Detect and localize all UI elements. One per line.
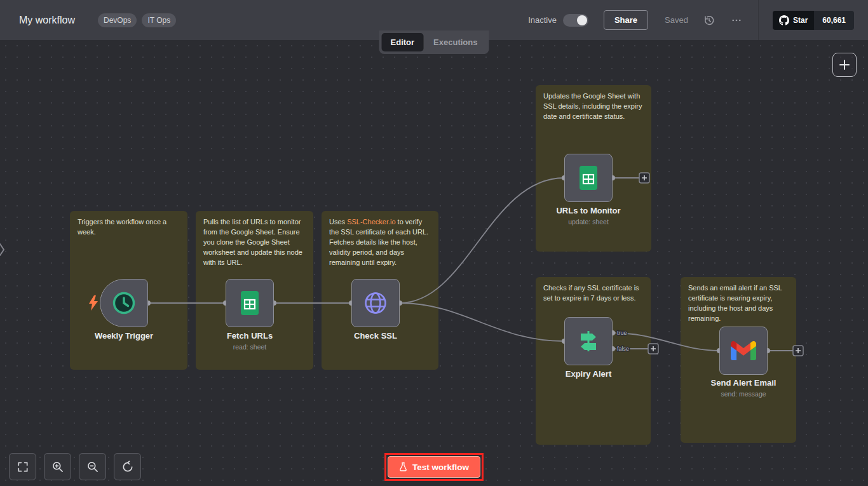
version-history-icon[interactable] [703,15,715,26]
saved-indicator: Saved [665,15,688,25]
left-panel-expand-chevron[interactable] [0,242,6,260]
toggle-knob [577,15,587,25]
fit-view-button[interactable] [9,453,36,480]
tag-itops[interactable]: IT Ops [142,13,176,27]
test-workflow-button[interactable]: Test workflow [388,456,480,478]
workflow-tags: DevOps IT Ops [98,13,176,27]
add-node-endpoint-expiry-false[interactable] [648,344,658,354]
chevron-right-icon [0,242,6,257]
tab-executions[interactable]: Executions [424,33,486,51]
node-label-send-alert-email: Send Alert Email [711,378,776,388]
node-label-weekly-trigger: Weekly Trigger [95,331,153,341]
node-weekly-trigger[interactable] [100,279,148,327]
node-label-fetch-urls: Fetch URLs [227,331,273,341]
reset-zoom-button[interactable] [114,453,141,480]
zoom-out-button[interactable] [79,453,106,480]
google-sheets-icon [577,165,600,191]
more-options-icon[interactable] [730,15,743,26]
if-signpost-icon [575,328,602,354]
gmail-icon [731,341,756,360]
workflow-canvas[interactable]: Triggers the workflow once a week. Pulls… [0,40,868,486]
activation-status-label: Inactive [528,15,557,25]
tab-editor[interactable]: Editor [382,33,424,51]
node-label-expiry-alert: Expiry Alert [566,369,612,379]
node-send-alert-email[interactable] [719,327,768,375]
branch-label-false: false [617,346,629,352]
node-fetch-urls[interactable] [226,279,274,327]
plus-icon [839,59,850,71]
trigger-bolt-icon [88,295,99,311]
node-subtitle-send-alert-email: send: message [721,390,766,398]
clock-icon [111,290,137,316]
workflow-title[interactable]: My workflow [19,15,75,26]
github-star-button[interactable]: Star 60,661 [773,11,854,30]
node-check-ssl[interactable] [351,279,400,327]
fit-view-icon [17,461,29,473]
zoom-in-icon [51,461,64,473]
flask-icon [399,462,407,472]
tag-devops[interactable]: DevOps [98,13,137,27]
github-icon [779,15,789,25]
globe-icon [362,289,390,317]
undo-icon [121,461,134,473]
github-star-label: Star [793,16,808,25]
node-subtitle-urls-to-monitor: update: sheet [568,218,609,226]
add-node-button[interactable] [832,53,857,77]
node-urls-to-monitor[interactable] [564,154,613,202]
connections-layer: true false [0,40,868,486]
add-node-endpoint-urls-to-monitor[interactable] [639,173,649,183]
header-divider [758,0,759,40]
connection-checkssl-to-expiryalert[interactable] [400,303,564,341]
branch-label-true: true [617,330,627,336]
node-label-urls-to-monitor: URLs to Monitor [556,206,620,215]
google-sheets-icon [238,290,261,316]
test-workflow-label: Test workflow [412,462,469,472]
github-star-count: 60,661 [814,11,854,30]
node-label-check-ssl: Check SSL [354,331,397,341]
add-node-endpoint-send-email[interactable] [793,346,803,356]
test-workflow-highlight: Test workflow [384,453,484,481]
view-tabs: Editor Executions [379,30,489,54]
zoom-out-icon [86,461,99,473]
connection-checkssl-to-urlstomonitor[interactable] [400,178,564,303]
zoom-in-button[interactable] [44,453,71,480]
canvas-controls [9,453,141,480]
activation-toggle[interactable] [563,14,588,27]
node-expiry-alert[interactable] [564,317,613,365]
share-button[interactable]: Share [604,10,648,30]
node-subtitle-fetch-urls: read: sheet [233,343,267,351]
